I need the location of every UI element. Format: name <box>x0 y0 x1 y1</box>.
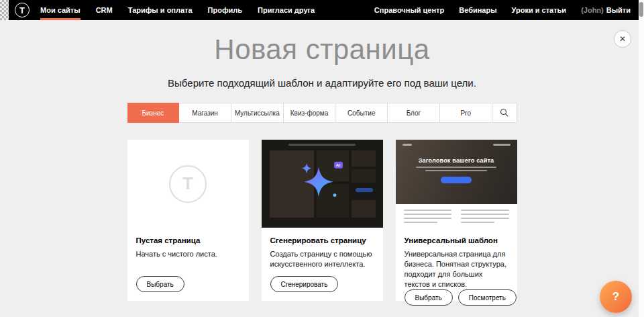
secondary-nav: Справочный центр Вебинары Уроки и статьи… <box>360 0 631 20</box>
nav-item-webinars[interactable]: Вебинары <box>459 0 496 20</box>
nav-item-help-center[interactable]: Справочный центр <box>374 0 444 20</box>
preview-text-column <box>461 210 509 226</box>
card-body: Пустая страница Начать с чистого листа. … <box>127 228 249 301</box>
tilda-logo[interactable]: T <box>15 3 30 17</box>
nav-item-crm[interactable]: CRM <box>96 0 113 20</box>
choose-blank-button[interactable]: Выбрать <box>136 276 184 292</box>
card-description: Универсальная страница для бизнеса. Поня… <box>405 249 508 289</box>
card-body: Сгенерировать страницу Создать страницу … <box>262 228 383 301</box>
preview-hero: Заголовок вашего сайта <box>396 140 517 204</box>
card-title: Сгенерировать страницу <box>270 236 374 244</box>
scrollbar-thumb[interactable] <box>639 2 643 17</box>
page-scrollbar[interactable] <box>639 0 644 317</box>
topbar: T Мои сайты CRM Тарифы и оплата Профиль … <box>0 0 639 20</box>
tab-business[interactable]: Бизнес <box>127 103 180 123</box>
card-actions: Сгенерировать <box>270 276 374 292</box>
nav-item-my-sites[interactable]: Мои сайты <box>40 0 80 20</box>
page-subtitle: Выберите подходящий шаблон и адаптируйте… <box>127 77 517 89</box>
card-actions: Выбрать Посмотреть <box>405 289 508 306</box>
preview-text-line <box>425 170 487 171</box>
card-title: Пустая страница <box>136 236 240 244</box>
close-button[interactable]: ✕ <box>614 30 631 48</box>
new-page-screen: T Мои сайты CRM Тарифы и оплата Профиль … <box>0 0 644 317</box>
preview-cta-button <box>441 177 472 183</box>
card-blank-page: T Пустая страница Начать с чистого листа… <box>127 140 249 301</box>
card-description: Начать с чистого листа. <box>136 249 240 259</box>
logout-label: Выйти <box>606 6 631 14</box>
card-title: Универсальный шаблон <box>405 236 508 244</box>
card-generate-ai: AI Сгенерировать страницу Создать страни… <box>262 140 383 301</box>
tab-multilink[interactable]: Мультиссылка <box>231 103 284 122</box>
tilda-watermark-icon: T <box>169 165 207 203</box>
question-icon: ? <box>612 290 619 304</box>
ai-sparkle-icon: AI <box>297 161 347 204</box>
help-button[interactable]: ? <box>600 281 632 313</box>
template-preview: Заголовок вашего сайта <box>396 140 517 228</box>
nav-item-lessons[interactable]: Уроки и статьи <box>512 0 567 20</box>
preview-text-column <box>404 210 452 226</box>
main-nav: Мои сайты CRM Тарифы и оплата Профиль Пр… <box>40 0 330 20</box>
tab-blog[interactable]: Блог <box>388 103 440 122</box>
tab-pro[interactable]: Pro <box>440 103 492 122</box>
card-actions: Выбрать <box>136 276 240 292</box>
nav-item-billing[interactable]: Тарифы и оплата <box>128 0 193 20</box>
window-edge-pattern <box>0 0 9 20</box>
ai-preview: AI <box>262 140 383 228</box>
preview-template-button[interactable]: Посмотреть <box>458 289 517 306</box>
tab-quiz-form[interactable]: Квиз-форма <box>284 103 336 122</box>
ai-badge: AI <box>334 161 343 168</box>
tab-event[interactable]: Событие <box>335 103 388 122</box>
card-body: Универсальный шаблон Универсальная стран… <box>396 228 517 314</box>
preview-text-line <box>416 167 496 168</box>
nav-item-logout[interactable]: (John)Выйти <box>581 0 631 20</box>
tab-store[interactable]: Магазин <box>179 103 231 122</box>
page-title: Новая страница <box>127 34 517 66</box>
nav-item-profile[interactable]: Профиль <box>208 0 242 20</box>
template-cards-grid: T Пустая страница Начать с чистого листа… <box>127 140 517 317</box>
search-icon <box>500 108 508 118</box>
tab-search[interactable] <box>492 103 517 122</box>
nav-item-invite-friend[interactable]: Пригласи друга <box>258 0 315 20</box>
card-description: Создать страницу с помощью искусственног… <box>270 249 374 269</box>
blank-page-preview: T <box>127 140 249 228</box>
user-name: (John) <box>581 6 604 14</box>
preview-menu-line <box>493 144 511 146</box>
close-icon: ✕ <box>619 34 626 44</box>
card-universal-template: Заголовок вашего сайта <box>396 140 517 301</box>
preview-text-section <box>396 204 517 228</box>
generate-button[interactable]: Сгенерировать <box>270 276 339 292</box>
template-category-tabs: Бизнес Магазин Мультиссылка Квиз-форма С… <box>127 103 517 123</box>
new-page-dialog: Новая страница Выберите подходящий шабло… <box>127 0 517 317</box>
preview-logo-line <box>402 144 412 146</box>
choose-template-button[interactable]: Выбрать <box>405 289 453 306</box>
